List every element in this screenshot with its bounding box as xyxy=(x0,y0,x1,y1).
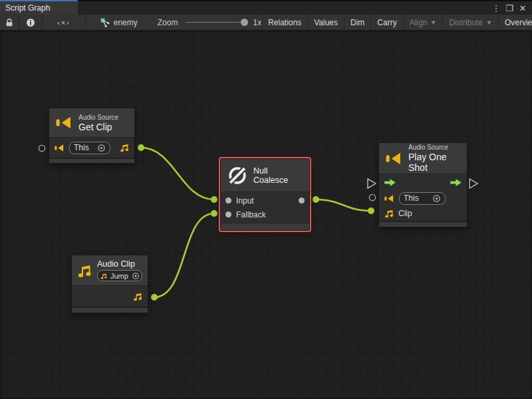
graph-name: enemy xyxy=(114,18,138,27)
target-field[interactable]: This xyxy=(399,192,446,205)
graph-toolbar: ‹×› enemy Zoom 1x Relations Values Dim C… xyxy=(0,15,532,31)
node-title: Get Clip xyxy=(78,122,118,132)
zoom-slider-handle[interactable] xyxy=(241,19,248,26)
node-title: Play One Shot xyxy=(408,152,460,173)
port-playoneshot-target[interactable] xyxy=(369,194,375,200)
distribute-button: Distribute ▼ xyxy=(443,15,499,30)
graph-icon xyxy=(100,18,110,27)
zoom-control: Zoom 1x xyxy=(158,15,261,30)
zoom-label: Zoom xyxy=(158,18,178,27)
wire-getclip-to-input[interactable] xyxy=(141,148,214,200)
info-button[interactable] xyxy=(19,15,43,30)
node-row-target: This xyxy=(379,190,467,206)
tab-bar: Script Graph ⋮ ❒ ✕ xyxy=(0,0,532,15)
node-footer xyxy=(221,223,309,230)
node-footer xyxy=(49,158,134,163)
dropdown-caret-icon: ▼ xyxy=(486,19,492,26)
node-row-flow xyxy=(379,174,467,190)
wire-null-to-clip[interactable] xyxy=(316,200,371,211)
relations-button[interactable]: Relations xyxy=(261,15,308,30)
flow-in-arrow-icon[interactable] xyxy=(384,179,396,186)
port-playoneshot-exit[interactable] xyxy=(469,179,477,188)
object-picker-icon[interactable] xyxy=(432,194,441,203)
overview-button[interactable]: Overview xyxy=(499,15,532,30)
node-get-clip[interactable]: Audio Source Get Clip This xyxy=(49,108,135,164)
port-audioclip-output[interactable] xyxy=(151,294,158,301)
dim-button[interactable]: Dim xyxy=(344,15,371,30)
tab-script-graph[interactable]: Script Graph xyxy=(0,0,78,15)
node-title: Audio Clip xyxy=(97,259,142,269)
node-play-one-shot[interactable]: Audio Source Play One Shot This Clip xyxy=(378,142,467,227)
node-row: This xyxy=(49,138,134,158)
node-footer xyxy=(379,221,467,227)
port-playoneshot-enter[interactable] xyxy=(368,179,376,188)
zoom-value: 1x xyxy=(253,18,261,27)
input-pin-icon[interactable] xyxy=(225,198,231,203)
dropdown-caret-icon: ▼ xyxy=(430,19,436,26)
clip-field[interactable]: Jump xyxy=(97,270,142,281)
audio-source-icon xyxy=(56,116,72,130)
null-coalesce-icon xyxy=(227,166,247,186)
node-row-input: Input xyxy=(221,194,309,207)
node-category: Audio Source xyxy=(408,144,460,151)
close-icon[interactable]: ✕ xyxy=(517,3,528,13)
align-button: Align ▼ xyxy=(404,15,444,30)
wire-audioclip-to-fallback[interactable] xyxy=(154,213,214,297)
menu-icon[interactable]: ⋮ xyxy=(491,3,501,13)
audio-source-icon xyxy=(55,144,65,152)
target-field[interactable]: This xyxy=(69,142,110,154)
port-getclip-target[interactable] xyxy=(39,145,45,151)
port-playoneshot-clip[interactable] xyxy=(368,207,374,214)
audio-clip-icon xyxy=(133,292,142,301)
node-header: Audio Source Get Clip xyxy=(49,108,134,138)
audio-clip-icon xyxy=(120,143,129,152)
audio-source-icon xyxy=(386,152,402,166)
node-null-coalesce[interactable]: Null Coalesce Input Fallback xyxy=(220,158,310,231)
port-null-fallback[interactable] xyxy=(211,210,217,217)
tab-title: Script Graph xyxy=(5,3,50,13)
output-pin-icon[interactable] xyxy=(299,198,305,203)
port-getclip-output[interactable] xyxy=(138,144,144,151)
lock-button[interactable] xyxy=(0,15,19,30)
window-controls: ⋮ ❒ ✕ xyxy=(491,1,532,15)
info-icon xyxy=(26,18,35,27)
fallback-pin-icon[interactable] xyxy=(225,211,231,217)
audio-clip-icon xyxy=(77,263,92,278)
node-footer xyxy=(72,307,148,313)
port-null-input[interactable] xyxy=(211,196,217,203)
values-button[interactable]: Values xyxy=(308,15,344,30)
code-view-button[interactable]: ‹×› xyxy=(43,15,86,30)
audio-clip-icon xyxy=(100,273,107,279)
node-row-fallback: Fallback xyxy=(221,207,309,221)
node-header: Audio Source Play One Shot xyxy=(379,143,467,174)
audio-source-icon xyxy=(384,194,394,203)
node-title: Null Coalesce xyxy=(253,166,303,185)
graph-canvas[interactable]: Audio Source Get Clip This Null Coalesce xyxy=(0,31,532,399)
maximize-icon[interactable]: ❒ xyxy=(504,3,515,13)
node-header: Audio Clip Jump xyxy=(72,255,148,286)
object-picker-icon[interactable] xyxy=(132,272,140,280)
node-category: Audio Source xyxy=(78,114,118,121)
script-graph-window: Script Graph ⋮ ❒ ✕ ‹×› enemy Zoom 1x xyxy=(0,0,532,399)
toolbar-buttons: Relations Values Dim Carry Align ▼ Distr… xyxy=(261,15,532,30)
lock-icon xyxy=(5,18,14,27)
object-picker-icon[interactable] xyxy=(97,144,106,152)
node-header: Null Coalesce xyxy=(221,159,309,192)
node-audio-clip[interactable]: Audio Clip Jump xyxy=(71,255,148,313)
code-icon: ‹×› xyxy=(57,19,70,27)
audio-clip-icon xyxy=(384,209,394,218)
node-row xyxy=(72,286,148,307)
carry-button[interactable]: Carry xyxy=(371,15,403,30)
flow-out-arrow-icon[interactable] xyxy=(450,179,462,186)
port-null-output[interactable] xyxy=(313,196,319,203)
graph-breadcrumb[interactable]: enemy xyxy=(100,15,138,30)
zoom-slider[interactable] xyxy=(186,22,247,23)
node-row-clip: Clip xyxy=(379,206,467,221)
